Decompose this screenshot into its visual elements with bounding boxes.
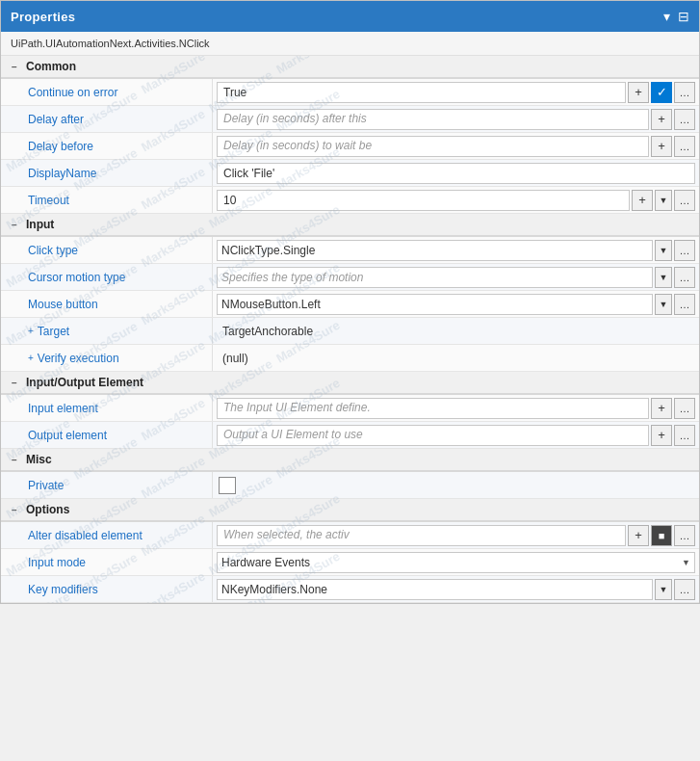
- btn-dots-timeout[interactable]: …: [674, 190, 695, 211]
- input-timeout[interactable]: 10: [217, 190, 630, 211]
- btn-plus-input-element[interactable]: +: [651, 398, 672, 419]
- select-click-type[interactable]: NClickType.Single: [217, 240, 653, 261]
- key-modifiers-value: NKeyModifiers.None: [221, 583, 648, 596]
- prop-name-continue-on-error: Continue on error: [1, 79, 213, 105]
- btn-dots-input-element[interactable]: …: [674, 398, 695, 419]
- row-target: +Target TargetAnchorable: [1, 318, 699, 345]
- prop-value-click-type: NClickType.Single ▼ …: [213, 237, 699, 263]
- row-cursor-motion-type: Cursor motion type Specifies the type of…: [1, 264, 699, 291]
- input-output-element[interactable]: Output a UI Element to use: [217, 425, 649, 446]
- select-cursor-motion-type[interactable]: Specifies the type of motion: [217, 267, 653, 288]
- click-type-value: NClickType.Single: [221, 244, 648, 257]
- prop-value-alter-disabled-element: When selected, the activ + ■ …: [213, 522, 699, 548]
- continue-on-error-value: True: [223, 86, 246, 99]
- section-io-label: Input/Output Element: [26, 376, 143, 389]
- prop-name-input-mode: Input mode: [1, 549, 213, 575]
- expand-target-icon[interactable]: +: [28, 326, 34, 336]
- expand-options-icon[interactable]: −: [9, 505, 20, 515]
- prop-value-key-modifiers: NKeyModifiers.None ▼ …: [213, 576, 699, 602]
- btn-dropdown-timeout[interactable]: ▼: [655, 190, 672, 211]
- mouse-button-value: NMouseButton.Left: [221, 298, 648, 311]
- checkbox-continue-on-error[interactable]: ✓: [651, 82, 672, 103]
- row-key-modifiers: Key modifiers NKeyModifiers.None ▼ …: [1, 576, 699, 603]
- timeout-value: 10: [223, 194, 236, 207]
- btn-square-alter-disabled[interactable]: ■: [651, 525, 672, 546]
- activity-subtitle: UiPath.UIAutomationNext.Activities.NClic…: [1, 32, 699, 56]
- btn-dots-alter-disabled[interactable]: …: [674, 525, 695, 546]
- prop-value-output-element: Output a UI Element to use + …: [213, 422, 699, 448]
- target-value: TargetAnchorable: [217, 323, 695, 340]
- section-options: − Options: [1, 499, 699, 522]
- prop-value-delay-before: Delay (in seconds) to wait be + …: [213, 133, 699, 159]
- input-delay-before[interactable]: Delay (in seconds) to wait be: [217, 136, 649, 157]
- section-io-element: − Input/Output Element: [1, 372, 699, 395]
- btn-plus-timeout[interactable]: +: [632, 190, 653, 211]
- prop-name-delay-before: Delay before: [1, 133, 213, 159]
- row-output-element: Output element Output a UI Element to us…: [1, 422, 699, 449]
- prop-name-click-type: Click type: [1, 237, 213, 263]
- section-misc: − Misc: [1, 449, 699, 472]
- btn-dots-delay-before[interactable]: …: [674, 136, 695, 157]
- expand-common-icon[interactable]: −: [9, 62, 20, 72]
- prop-value-continue-on-error: True + ✓ …: [213, 79, 699, 105]
- checkbox-private[interactable]: [219, 477, 236, 494]
- btn-dots-output-element[interactable]: …: [674, 425, 695, 446]
- btn-dots-delay-after[interactable]: …: [674, 109, 695, 130]
- properties-panel: Properties ▾ ⊟ UiPath.UIAutomationNext.A…: [0, 0, 700, 604]
- btn-dots-continue-on-error[interactable]: …: [674, 82, 695, 103]
- header-icons: ▾ ⊟: [663, 9, 689, 24]
- row-delay-after: Delay after Delay (in seconds) after thi…: [1, 106, 699, 133]
- btn-dots-cursor-motion[interactable]: …: [674, 267, 695, 288]
- btn-dropdown-cursor-motion[interactable]: ▼: [655, 267, 672, 288]
- expand-verify-icon[interactable]: +: [28, 353, 34, 363]
- section-common-label: Common: [26, 60, 76, 73]
- panel-header: Properties ▾ ⊟: [1, 1, 699, 32]
- input-display-name[interactable]: Click 'File': [217, 163, 695, 184]
- prop-name-output-element: Output element: [1, 422, 213, 448]
- prop-name-timeout: Timeout: [1, 187, 213, 213]
- input-alter-disabled-element[interactable]: When selected, the activ: [217, 525, 626, 546]
- section-options-label: Options: [26, 503, 69, 516]
- prop-value-timeout: 10 + ▼ …: [213, 187, 699, 213]
- btn-dropdown-mouse-button[interactable]: ▼: [655, 294, 672, 315]
- prop-name-private: Private: [1, 472, 213, 498]
- section-misc-label: Misc: [26, 453, 52, 466]
- expand-misc-icon[interactable]: −: [9, 455, 20, 465]
- prop-name-alter-disabled-element: Alter disabled element: [1, 522, 213, 548]
- prop-value-mouse-button: NMouseButton.Left ▼ …: [213, 291, 699, 317]
- btn-plus-delay-before[interactable]: +: [651, 136, 672, 157]
- prop-name-display-name: DisplayName: [1, 160, 213, 186]
- expand-input-icon[interactable]: −: [9, 220, 20, 230]
- btn-plus-delay-after[interactable]: +: [651, 109, 672, 130]
- input-mode-value: Hardware Events: [221, 556, 690, 569]
- btn-dots-click-type[interactable]: …: [674, 240, 695, 261]
- input-delay-after[interactable]: Delay (in seconds) after this: [217, 109, 649, 130]
- row-timeout: Timeout 10 + ▼ …: [1, 187, 699, 214]
- row-continue-on-error: Continue on error True + ✓ …: [1, 79, 699, 106]
- btn-plus-continue-on-error[interactable]: +: [628, 82, 649, 103]
- btn-dropdown-click-type[interactable]: ▼: [655, 240, 672, 261]
- collapse-icon[interactable]: ▾: [663, 9, 670, 24]
- expand-io-icon[interactable]: −: [9, 378, 20, 388]
- select-mouse-button[interactable]: NMouseButton.Left: [217, 294, 653, 315]
- row-verify-execution: +Verify execution (null): [1, 345, 699, 372]
- btn-dots-mouse-button[interactable]: …: [674, 294, 695, 315]
- btn-dropdown-key-modifiers[interactable]: ▼: [655, 579, 672, 600]
- prop-name-key-modifiers: Key modifiers: [1, 576, 213, 602]
- prop-name-mouse-button: Mouse button: [1, 291, 213, 317]
- display-name-value: Click 'File': [223, 167, 274, 180]
- prop-name-input-element: Input element: [1, 395, 213, 421]
- input-input-element[interactable]: The Input UI Element define.: [217, 398, 649, 419]
- select-key-modifiers[interactable]: NKeyModifiers.None: [217, 579, 653, 600]
- pin-icon[interactable]: ⊟: [678, 9, 689, 24]
- btn-plus-alter-disabled[interactable]: +: [628, 525, 649, 546]
- btn-plus-output-element[interactable]: +: [651, 425, 672, 446]
- row-private: Private: [1, 472, 699, 499]
- btn-dots-key-modifiers[interactable]: …: [674, 579, 695, 600]
- prop-value-cursor-motion-type: Specifies the type of motion ▼ …: [213, 264, 699, 290]
- select-input-mode[interactable]: Hardware Events ▼: [217, 552, 695, 573]
- panel-title: Properties: [11, 10, 75, 24]
- row-alter-disabled-element: Alter disabled element When selected, th…: [1, 522, 699, 549]
- prop-value-input-element: The Input UI Element define. + …: [213, 395, 699, 421]
- input-continue-on-error[interactable]: True: [217, 82, 626, 103]
